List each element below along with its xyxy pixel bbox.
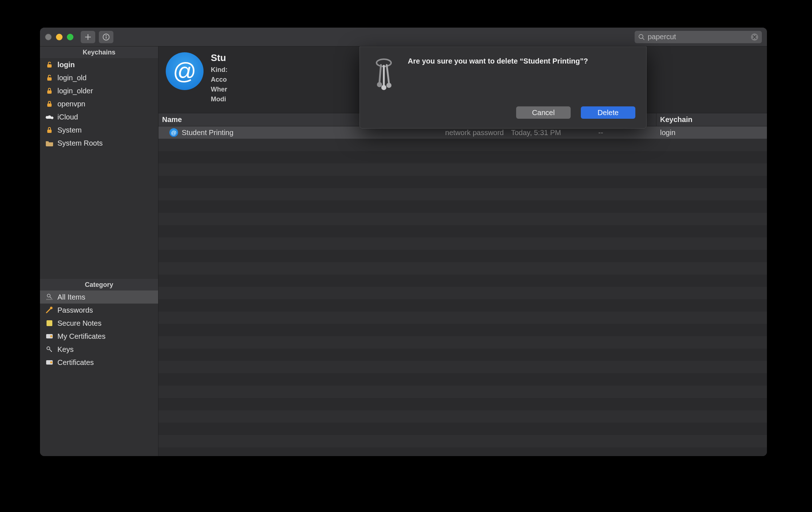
at-sign-icon: @ bbox=[166, 52, 204, 90]
lock-icon bbox=[45, 86, 54, 95]
svg-point-16 bbox=[47, 347, 50, 350]
cert-icon bbox=[45, 358, 54, 367]
lock-open-icon bbox=[45, 60, 54, 69]
sidebar: Keychains loginlogin_oldlogin_olderopenv… bbox=[40, 46, 158, 456]
category-item-label: Secure Notes bbox=[57, 319, 101, 328]
search-field[interactable] bbox=[635, 31, 762, 43]
items-table-body[interactable]: @Student Printingnetwork passwordToday, … bbox=[158, 126, 767, 456]
cloud-icon bbox=[45, 113, 54, 121]
keychain-item-label: System bbox=[57, 126, 82, 134]
at-sign-icon: @ bbox=[169, 128, 178, 137]
clear-search-button[interactable] bbox=[751, 33, 758, 41]
svg-rect-13 bbox=[47, 320, 52, 326]
detail-where-label: Wher bbox=[211, 86, 227, 93]
search-icon bbox=[638, 34, 645, 40]
keychain-item[interactable]: openvpn bbox=[40, 97, 158, 110]
category-item[interactable]: My Certificates bbox=[40, 330, 158, 343]
category-item[interactable]: Keys bbox=[40, 343, 158, 356]
keys-icon bbox=[369, 56, 399, 96]
svg-point-3 bbox=[639, 34, 643, 38]
keychain-item-label: System Roots bbox=[57, 139, 102, 147]
svg-rect-5 bbox=[47, 64, 52, 68]
keychain-item[interactable]: System bbox=[40, 123, 158, 137]
titlebar bbox=[40, 28, 767, 46]
keychain-item-label: openvpn bbox=[57, 100, 85, 108]
category-item-label: All Items bbox=[57, 293, 85, 301]
keychain-item[interactable]: iCloud bbox=[40, 110, 158, 123]
cert-icon bbox=[45, 332, 54, 341]
category-item-label: Certificates bbox=[57, 358, 94, 367]
keychain-item[interactable]: login_older bbox=[40, 84, 158, 97]
info-icon bbox=[102, 33, 110, 41]
svg-rect-6 bbox=[47, 77, 52, 81]
add-item-button[interactable] bbox=[81, 31, 95, 43]
category-item[interactable]: Passwords bbox=[40, 304, 158, 317]
svg-point-18 bbox=[50, 361, 52, 363]
main-pane: @ Stu Kind: Acco Wher Modi Name Kind Mod… bbox=[158, 46, 767, 456]
category-header: Category bbox=[40, 279, 158, 290]
lock-open-icon bbox=[45, 73, 54, 82]
category-item[interactable]: Certificates bbox=[40, 356, 158, 369]
minimize-window-button[interactable] bbox=[56, 34, 63, 40]
confirm-delete-dialog: Are you sure you want to delete “Student… bbox=[359, 46, 647, 129]
svg-rect-11 bbox=[46, 299, 53, 300]
svg-rect-7 bbox=[47, 90, 52, 94]
category-item-label: My Certificates bbox=[57, 332, 105, 341]
pwd-icon bbox=[45, 306, 54, 314]
keychain-item-label: login bbox=[57, 61, 75, 69]
svg-line-4 bbox=[643, 38, 644, 40]
row-keychain: login bbox=[656, 126, 767, 139]
keychain-item-label: login_older bbox=[57, 87, 93, 95]
category-item-label: Keys bbox=[57, 345, 73, 354]
zoom-window-button[interactable] bbox=[67, 34, 73, 40]
delete-button[interactable]: Delete bbox=[581, 106, 635, 119]
detail-modified-label: Modi bbox=[211, 96, 226, 103]
row-name: Student Printing bbox=[182, 129, 233, 137]
info-button[interactable] bbox=[99, 31, 113, 43]
svg-rect-2 bbox=[106, 36, 106, 38]
plus-icon bbox=[85, 34, 91, 40]
keychain-access-window: Keychains loginlogin_oldlogin_olderopenv… bbox=[40, 28, 767, 456]
folder-icon bbox=[45, 139, 54, 147]
keychains-header: Keychains bbox=[40, 46, 158, 58]
window-controls bbox=[45, 34, 73, 40]
lock-icon bbox=[45, 99, 54, 108]
keychain-item[interactable]: login_old bbox=[40, 71, 158, 84]
keychain-item-label: iCloud bbox=[57, 113, 78, 121]
svg-rect-9 bbox=[47, 130, 52, 133]
column-header-keychain[interactable]: Keychain bbox=[656, 113, 767, 126]
category-item-label: Passwords bbox=[57, 306, 93, 314]
svg-point-10 bbox=[47, 294, 50, 297]
detail-kind-label: Kind: bbox=[211, 66, 228, 73]
detail-account-label: Acco bbox=[211, 76, 227, 83]
svg-point-20 bbox=[377, 82, 382, 87]
key-icon bbox=[45, 345, 54, 354]
svg-point-22 bbox=[386, 83, 391, 88]
svg-point-12 bbox=[50, 307, 53, 309]
lock-icon bbox=[45, 126, 54, 134]
svg-point-1 bbox=[106, 35, 107, 36]
category-item[interactable]: Secure Notes bbox=[40, 317, 158, 330]
keychain-item[interactable]: System Roots bbox=[40, 137, 158, 150]
keychain-item-label: login_old bbox=[57, 74, 87, 82]
cancel-button[interactable]: Cancel bbox=[516, 106, 571, 119]
item-detail-title: Stu bbox=[211, 52, 228, 64]
svg-point-21 bbox=[381, 85, 386, 90]
close-window-button[interactable] bbox=[45, 34, 52, 40]
category-item[interactable]: All Items bbox=[40, 290, 158, 304]
svg-point-15 bbox=[50, 335, 52, 337]
note-icon bbox=[45, 319, 54, 328]
svg-rect-8 bbox=[47, 103, 52, 107]
all-icon bbox=[45, 293, 54, 301]
search-input[interactable] bbox=[648, 33, 751, 41]
keychain-item[interactable]: login bbox=[40, 58, 158, 71]
clear-icon bbox=[753, 35, 756, 39]
dialog-message: Are you sure you want to delete “Student… bbox=[408, 56, 588, 66]
